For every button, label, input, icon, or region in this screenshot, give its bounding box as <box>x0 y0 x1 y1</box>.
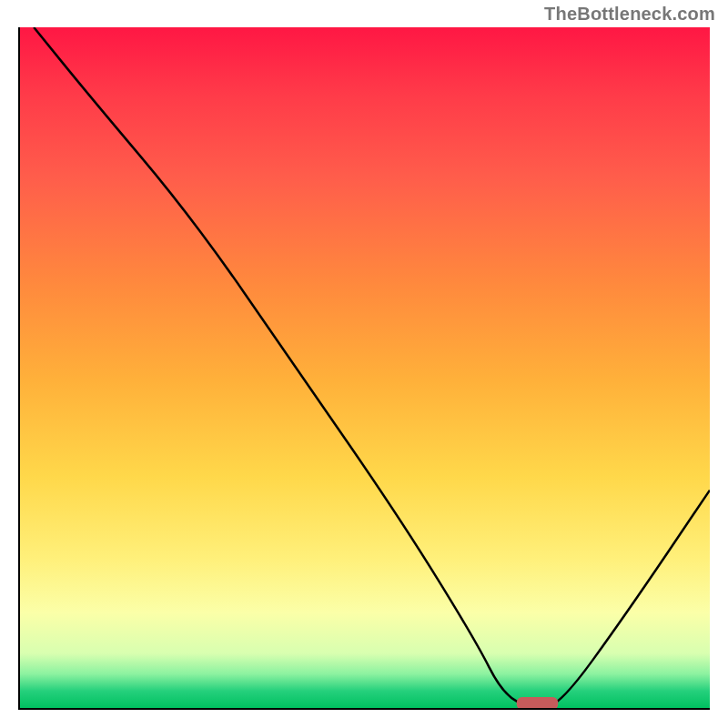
chart-container: TheBottleneck.com <box>0 0 728 728</box>
watermark-text: TheBottleneck.com <box>544 4 715 25</box>
bottom-marker <box>517 697 558 708</box>
plot-area <box>18 27 710 710</box>
chart-svg <box>20 27 710 708</box>
chart-curve <box>34 27 710 708</box>
